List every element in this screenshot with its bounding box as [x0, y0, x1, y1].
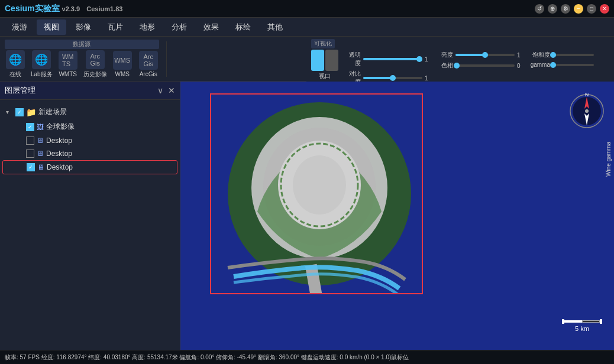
status-text: 帧率: 57 FPS 经度: 116.82974° 纬度: 40.03180° … — [5, 353, 409, 362]
menu-browse[interactable]: 漫游 — [5, 20, 34, 35]
layer-item-desktop1[interactable]: 🖥 Desktop — [2, 134, 177, 147]
gamma-track[interactable] — [552, 64, 594, 66]
scale-line — [562, 319, 602, 324]
toggle-panel-right[interactable] — [325, 50, 338, 71]
maximize-btn[interactable]: □ — [587, 4, 596, 14]
arcgis-icon: ArcGis — [139, 51, 158, 70]
window-controls: ↺ ⊕ ⚙ − □ ✕ — [535, 4, 609, 14]
tool-history[interactable]: ArcGis 历史影像 — [83, 50, 107, 79]
wine-gamma-label: Wine gamma — [605, 142, 612, 177]
map-area[interactable]: N 5 km Wine gamma — [180, 82, 614, 350]
viz-label: 可视化 — [311, 39, 335, 48]
toggle-panel-left[interactable] — [311, 50, 324, 71]
menu-view[interactable]: 视图 — [37, 20, 66, 35]
desktop2-icon: 🖥 — [37, 150, 44, 158]
menu-marking[interactable]: 标绘 — [228, 20, 258, 35]
tool-arcgis[interactable]: ArcGis ArcGis — [138, 51, 159, 77]
hue-thumb[interactable] — [454, 63, 460, 69]
lab-icon: 🌐 — [32, 50, 51, 69]
viewport-label: 视口 — [319, 72, 331, 80]
menu-tile[interactable]: 瓦片 — [101, 20, 130, 35]
history-icon: ArcGis — [86, 50, 105, 69]
saturation-track[interactable] — [552, 54, 594, 56]
layer-item-desktop3[interactable]: 🖥 Desktop — [2, 160, 177, 174]
menu-imagery[interactable]: 影像 — [69, 20, 98, 35]
contrast-thumb[interactable] — [390, 75, 396, 81]
saturation-label: 饱和度 — [529, 51, 550, 59]
sliders-extra: 饱和度 gamma — [529, 51, 594, 68]
checkbox-desktop3[interactable] — [27, 163, 35, 171]
menu-analysis[interactable]: 分析 — [164, 20, 194, 35]
transparency-track[interactable] — [363, 58, 422, 60]
checkbox-scene[interactable] — [15, 108, 24, 116]
app-title: Cesium实验室v2.3.9 Cesium1.83 — [5, 4, 122, 14]
titlebar: Cesium实验室v2.3.9 Cesium1.83 ↺ ⊕ ⚙ − □ ✕ — [0, 0, 614, 18]
contrast-value: 1 — [425, 75, 431, 82]
brightness-value: 1 — [517, 52, 523, 58]
contrast-fill — [363, 77, 393, 79]
wmts-label: WMTS — [59, 71, 77, 77]
menu-terrain[interactable]: 地形 — [133, 20, 162, 35]
datasource-section: 数据源 🌐 在线 🌐 Lab服务 WMTS WMTS ArcGis 历史影像 W… — [5, 40, 159, 79]
checkbox-desktop1[interactable] — [26, 136, 34, 145]
sliders-left: 透明度 1 对比度 1 — [344, 51, 431, 86]
svg-point-11 — [585, 109, 589, 113]
gamma-row: gamma — [529, 61, 594, 68]
refresh-btn[interactable]: ↺ — [535, 4, 544, 14]
layer-panel-header: 图层管理 ∨ ✕ — [0, 82, 180, 100]
datasource-label: 数据源 — [5, 40, 159, 49]
share-btn[interactable]: ⊕ — [548, 4, 557, 14]
online-icon: 🌐 — [6, 50, 25, 69]
brightness-fill — [455, 54, 485, 56]
saturation-row: 饱和度 — [529, 51, 594, 59]
map-viewport-frame — [210, 93, 423, 294]
gamma-label: gamma — [529, 61, 550, 68]
datasource-icons: 🌐 在线 🌐 Lab服务 WMTS WMTS ArcGis 历史影像 WMS W… — [5, 50, 159, 79]
transparency-value: 1 — [425, 56, 431, 63]
toolbar: 数据源 🌐 在线 🌐 Lab服务 WMTS WMTS ArcGis 历史影像 W… — [0, 37, 614, 82]
brightness-thumb[interactable] — [482, 52, 488, 58]
sliders-right: 亮度 1 色相 0 — [437, 51, 523, 70]
scale-seg-white — [564, 320, 582, 323]
transparency-thumb[interactable] — [416, 56, 422, 62]
close-btn[interactable]: ✕ — [600, 4, 609, 14]
close-layer-btn[interactable]: ✕ — [168, 86, 175, 95]
checkbox-imagery[interactable] — [26, 123, 34, 131]
layer-item-imagery[interactable]: 🖼 全球影像 — [2, 119, 177, 134]
brightness-track[interactable] — [455, 54, 515, 56]
hue-track[interactable] — [455, 64, 515, 67]
layer-item-scene[interactable]: ▾ 📁 新建场景 — [2, 105, 177, 119]
svg-text:N: N — [585, 93, 589, 98]
minimize-btn[interactable]: − — [574, 4, 583, 14]
menubar: 漫游 视图 影像 瓦片 地形 分析 效果 标绘 其他 — [0, 18, 614, 37]
layer-panel-controls: ∨ ✕ — [157, 86, 175, 95]
menu-effects[interactable]: 效果 — [196, 20, 226, 35]
layer-item-desktop2[interactable]: 🖥 Desktop — [2, 147, 177, 160]
tool-wmts[interactable]: WMTS WMTS — [57, 51, 79, 77]
scale-bar: 5 km — [562, 319, 602, 332]
viz-content: 视口 透明度 1 对比度 1 — [311, 50, 609, 86]
brightness-row: 亮度 1 — [437, 51, 523, 59]
tool-wms[interactable]: WMS WMS — [112, 51, 133, 77]
scale-seg-dark — [582, 320, 600, 323]
toggle-panels — [311, 50, 338, 71]
checkbox-desktop2[interactable] — [26, 150, 34, 158]
hue-label: 色相 — [437, 61, 453, 70]
menu-other[interactable]: 其他 — [260, 20, 290, 35]
desktop1-icon: 🖥 — [37, 136, 44, 145]
collapse-btn[interactable]: ∨ — [157, 86, 163, 95]
gamma-thumb[interactable] — [550, 62, 556, 68]
settings-btn[interactable]: ⚙ — [561, 4, 570, 14]
layer-panel: 图层管理 ∨ ✕ ▾ 📁 新建场景 🖼 全球影像 — [0, 82, 180, 350]
main-area: 图层管理 ∨ ✕ ▾ 📁 新建场景 🖼 全球影像 — [0, 82, 614, 350]
toolbar-divider — [166, 41, 167, 77]
tool-lab[interactable]: 🌐 Lab服务 — [31, 50, 53, 79]
saturation-thumb[interactable] — [550, 52, 556, 58]
statusbar: 帧率: 57 FPS 经度: 116.82974° 纬度: 40.03180° … — [0, 350, 614, 364]
lab-label: Lab服务 — [31, 70, 53, 79]
scene-name: 新建场景 — [38, 107, 67, 117]
wms-icon: WMS — [113, 51, 132, 70]
layer-panel-title: 图层管理 — [5, 85, 35, 96]
contrast-track[interactable] — [363, 77, 422, 79]
tool-online[interactable]: 🌐 在线 — [5, 50, 26, 79]
